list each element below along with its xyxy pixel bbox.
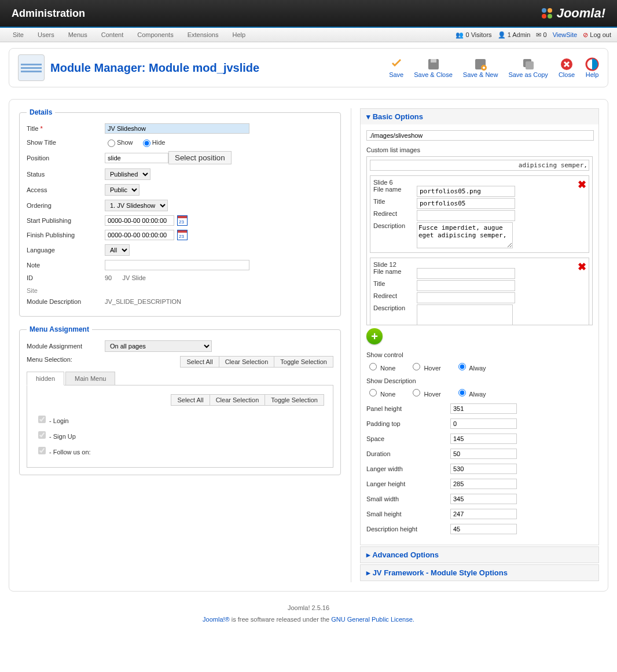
- footer-license-link[interactable]: GNU General Public License.: [331, 616, 414, 623]
- show-desc-label: Show Description: [366, 377, 593, 384]
- finish-pub-input[interactable]: [105, 230, 174, 240]
- joomla-logo: Joomla!: [540, 6, 605, 21]
- param-input[interactable]: [450, 434, 517, 444]
- menu-item-users[interactable]: Users: [31, 28, 61, 42]
- slide-desc-input[interactable]: [417, 304, 513, 325]
- footer-brand[interactable]: Joomla!®: [203, 616, 230, 623]
- module-desc-label: Module Description: [27, 298, 105, 305]
- slide-desc-input[interactable]: Fusce imperdiet, augue eget adipiscing s…: [417, 222, 513, 248]
- param-input[interactable]: [450, 509, 517, 519]
- status-select[interactable]: Published: [105, 168, 150, 180]
- param-label: Langer width: [366, 465, 450, 472]
- param-input[interactable]: [450, 418, 517, 429]
- menu-list: SiteUsersMenusContentComponentsExtension…: [6, 28, 252, 42]
- menu-item: - Login: [36, 412, 324, 427]
- slide-filename-input[interactable]: [417, 268, 515, 279]
- toolbar: Save Save & Close Save & New Save as Cop…: [389, 57, 599, 78]
- select-all-button[interactable]: Select All: [180, 356, 218, 368]
- title-label: Title *: [27, 125, 105, 132]
- show-radio[interactable]: [108, 139, 115, 147]
- save-copy-button[interactable]: Save as Copy: [508, 57, 548, 78]
- close-button[interactable]: Close: [559, 57, 575, 78]
- param-row: Space: [366, 434, 593, 444]
- tab-hidden[interactable]: hidden: [27, 372, 64, 385]
- calendar-icon[interactable]: [177, 215, 188, 226]
- param-input[interactable]: [450, 524, 517, 534]
- add-slide-button[interactable]: +: [366, 328, 383, 344]
- param-input[interactable]: [450, 479, 517, 489]
- svg-point-0: [542, 8, 546, 13]
- param-input[interactable]: [450, 449, 517, 459]
- menu-item-help[interactable]: Help: [225, 28, 252, 42]
- clear-selection-button[interactable]: Clear Selection: [219, 356, 274, 368]
- delete-slide-icon[interactable]: ✖: [578, 178, 586, 191]
- help-button[interactable]: Help: [585, 57, 599, 78]
- show-title-label: Show Title: [27, 139, 105, 146]
- hide-radio[interactable]: [143, 139, 150, 147]
- param-input[interactable]: [450, 464, 517, 474]
- delete-slide-icon[interactable]: ✖: [578, 260, 586, 273]
- note-input[interactable]: [105, 260, 249, 270]
- clear-selection-button-2[interactable]: Clear Selection: [210, 394, 265, 406]
- basic-options-header[interactable]: Basic Options: [361, 109, 598, 124]
- title-input[interactable]: [105, 123, 249, 134]
- svg-point-1: [548, 8, 552, 13]
- ordering-select[interactable]: 1. JV Slideshow: [105, 200, 168, 211]
- advanced-options-header[interactable]: Advanced Options: [361, 547, 598, 563]
- param-input[interactable]: [450, 403, 517, 414]
- position-input[interactable]: [105, 153, 168, 163]
- param-row: Langer width: [366, 464, 593, 474]
- view-site-link[interactable]: ViewSite: [553, 31, 578, 38]
- control-alway-radio[interactable]: [458, 363, 466, 370]
- slide-redirect-input[interactable]: [417, 210, 515, 221]
- toolbar-row: Module Manager: Module mod_jvslide Save …: [9, 48, 608, 87]
- save-close-button[interactable]: Save & Close: [414, 57, 453, 78]
- slide-title-input[interactable]: [417, 198, 515, 209]
- menu-item-content[interactable]: Content: [94, 28, 131, 42]
- menu-item: - Follow us on:: [36, 443, 324, 458]
- header-title: Administration: [12, 8, 85, 20]
- desc-hover-radio[interactable]: [413, 389, 420, 396]
- slides-scroll[interactable]: adipiscing semper, ✖Slide 6File nameTitl…: [366, 156, 593, 325]
- access-select[interactable]: Public: [105, 184, 139, 196]
- language-select[interactable]: All: [105, 244, 130, 256]
- calendar-icon[interactable]: [177, 230, 188, 240]
- param-input[interactable]: [450, 494, 517, 504]
- slide-filename-input[interactable]: [417, 186, 515, 197]
- param-label: Small height: [366, 511, 450, 517]
- slide-title-input[interactable]: [417, 280, 515, 291]
- select-position-button[interactable]: Select position: [168, 151, 232, 164]
- save-new-button[interactable]: Save & New: [463, 57, 498, 78]
- control-none-radio[interactable]: [369, 363, 377, 370]
- desc-none-radio[interactable]: [369, 389, 377, 396]
- module-assignment-select[interactable]: On all pages: [105, 340, 212, 352]
- menu-item-site[interactable]: Site: [6, 28, 31, 42]
- toggle-selection-button-2[interactable]: Toggle Selection: [265, 394, 324, 406]
- framework-options-header[interactable]: JV Framework - Module Style Options: [361, 565, 598, 581]
- save-button[interactable]: Save: [389, 57, 403, 78]
- svg-point-3: [548, 14, 552, 19]
- menu-item-menus[interactable]: Menus: [61, 28, 94, 42]
- param-row: Small height: [366, 509, 593, 519]
- slide-header: Slide 6: [373, 179, 586, 186]
- image-path-input[interactable]: [366, 130, 594, 141]
- start-pub-input[interactable]: [105, 215, 174, 226]
- module-type: JV Slide: [123, 274, 146, 281]
- menu-item-extensions[interactable]: Extensions: [181, 28, 226, 42]
- position-label: Position: [27, 155, 105, 161]
- menu-item-checkbox: [38, 416, 46, 423]
- slide-redirect-input[interactable]: [417, 292, 515, 303]
- access-label: Access: [27, 186, 105, 193]
- select-all-button-2[interactable]: Select All: [171, 394, 209, 406]
- show-control-label: Show control: [366, 351, 593, 358]
- menu-item: - Sign Up: [36, 427, 324, 443]
- id-value: 90: [105, 274, 112, 281]
- param-row: Duration: [366, 449, 593, 459]
- tab-main-menu[interactable]: Main Menu: [65, 372, 115, 385]
- menu-item-components[interactable]: Components: [130, 28, 180, 42]
- note-label: Note: [27, 262, 105, 269]
- toggle-selection-button[interactable]: Toggle Selection: [274, 356, 333, 368]
- logout-link[interactable]: ⊘ Log out: [583, 31, 611, 39]
- control-hover-radio[interactable]: [413, 363, 420, 370]
- desc-alway-radio[interactable]: [458, 389, 466, 396]
